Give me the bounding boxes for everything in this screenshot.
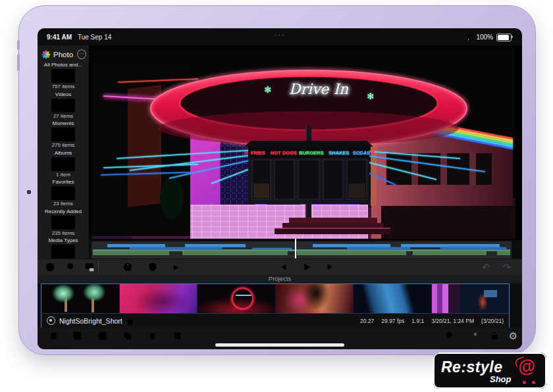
filmstrip-frame-porch[interactable] bbox=[432, 284, 510, 313]
cart-at-icon: @ bbox=[517, 355, 537, 378]
front-camera bbox=[27, 190, 31, 194]
project-created-date: (3/20/21) bbox=[481, 318, 504, 324]
skip-to-end-icon[interactable] bbox=[325, 261, 336, 273]
library-source-title[interactable]: Photo bbox=[53, 51, 73, 59]
timeline-overview[interactable] bbox=[92, 241, 512, 258]
playhead[interactable] bbox=[295, 239, 296, 258]
import-project-icon[interactable] bbox=[97, 330, 108, 341]
project-aspect-ratio: 1.9:1 bbox=[411, 318, 424, 324]
folder-icon bbox=[51, 245, 75, 258]
add-marker-icon[interactable] bbox=[172, 261, 184, 273]
battery-icon bbox=[496, 34, 512, 41]
wifi-icon bbox=[464, 33, 473, 41]
selected-project-strip[interactable]: NightSoBright_Short 20.27 29.97 fps 1.9:… bbox=[41, 283, 510, 328]
video-camera-icon bbox=[51, 99, 75, 112]
library-layout-icon[interactable] bbox=[84, 261, 95, 273]
marquee-neon-text: Drive In bbox=[289, 81, 349, 97]
project-info-row: NightSoBright_Short 20.27 29.97 fps 1.9:… bbox=[41, 313, 509, 328]
open-project-icon[interactable] bbox=[47, 330, 58, 341]
folder-icon bbox=[51, 216, 75, 230]
camera-icon bbox=[51, 157, 75, 171]
clip-info-icon[interactable] bbox=[122, 261, 134, 273]
search-projects-icon[interactable] bbox=[444, 330, 456, 341]
album-albums[interactable]: Albums 1 item bbox=[38, 150, 89, 178]
filmstrip-frame-palms[interactable] bbox=[41, 284, 120, 313]
logo-sub-text: Shop bbox=[490, 374, 512, 384]
kiosk-sign-sodas: SODAS bbox=[353, 150, 371, 156]
share-project-icon[interactable] bbox=[489, 330, 500, 341]
home-indicator[interactable] bbox=[215, 343, 344, 347]
video-preview-viewer[interactable]: Drive In ✻ ✻ bbox=[89, 45, 522, 240]
project-duration: 20.27 bbox=[360, 318, 374, 324]
kiosk-sign-fries: FRIES bbox=[251, 150, 265, 156]
cart-wheel-icon bbox=[532, 381, 535, 384]
add-shield-icon[interactable] bbox=[147, 261, 159, 273]
duplicate-project-icon[interactable] bbox=[122, 330, 133, 341]
filmstrip-frame-blue-window[interactable] bbox=[354, 284, 432, 313]
search-icon[interactable] bbox=[65, 261, 77, 273]
album-all-photos[interactable]: All Photos and... 757 items bbox=[38, 62, 89, 89]
logo-brand-text: Re:style bbox=[441, 358, 502, 376]
library-options-icon[interactable]: ··· bbox=[77, 49, 86, 59]
album-moments[interactable]: Moments 275 items bbox=[38, 120, 89, 148]
camera-heart-icon bbox=[51, 186, 75, 200]
ipad-device: 9:41 AMTue Sep 14 ··· 100% Photo ··· All… bbox=[18, 5, 536, 355]
projects-section-title: Projects bbox=[38, 274, 522, 283]
sort-projects-icon[interactable] bbox=[467, 330, 478, 341]
kiosk-sign-burgers: BURGERS bbox=[299, 150, 324, 156]
project-selected-radio-icon[interactable] bbox=[47, 316, 55, 325]
album-recently-added[interactable]: Recently Added 235 items bbox=[38, 208, 89, 236]
toolbar-divider bbox=[98, 261, 99, 273]
cart-wheel-icon bbox=[523, 381, 526, 384]
album-favorites[interactable]: Favorites 23 items bbox=[38, 179, 89, 207]
filmstrip-frame-face[interactable] bbox=[276, 284, 354, 313]
camera-clock-icon bbox=[51, 128, 75, 141]
redo-icon[interactable]: ↷ bbox=[501, 261, 513, 273]
media-library-sidebar: Photo ··· All Photos and... 757 items Vi… bbox=[38, 45, 89, 258]
project-name[interactable]: NightSoBright_Short bbox=[59, 317, 122, 325]
status-bar: 9:41 AMTue Sep 14 ··· 100% bbox=[38, 28, 522, 45]
multiselect-icon[interactable] bbox=[44, 261, 56, 273]
project-modified-date: 3/20/21, 1:24 PM bbox=[431, 318, 474, 324]
main-toolbar: ↶ ↷ bbox=[38, 258, 522, 275]
album-videos[interactable]: Videos 27 items bbox=[38, 91, 89, 119]
filmstrip-frame-drive-in-sign[interactable] bbox=[198, 284, 276, 313]
play-icon[interactable] bbox=[301, 261, 313, 273]
undo-icon[interactable]: ↶ bbox=[480, 261, 492, 273]
filmstrip-frame-pink-portrait[interactable] bbox=[120, 284, 198, 313]
project-framerate: 29.97 fps bbox=[381, 318, 404, 324]
folder-icon bbox=[51, 69, 75, 83]
new-project-icon[interactable] bbox=[72, 330, 83, 341]
kiosk-sign-shakes: SHAKES bbox=[329, 150, 349, 156]
battery-percent: 100% bbox=[476, 34, 493, 41]
restyle-shop-logo: Re:style Shop @ bbox=[433, 353, 546, 389]
svg-text:✻: ✻ bbox=[367, 91, 375, 101]
delete-project-icon[interactable] bbox=[147, 330, 158, 341]
settings-gear-icon[interactable]: ⚙ bbox=[508, 330, 519, 341]
project-notes-icon[interactable] bbox=[126, 317, 134, 325]
multitasking-indicator[interactable]: ··· bbox=[38, 31, 522, 39]
project-filmstrip bbox=[41, 284, 509, 313]
library-album-list: All Photos and... 757 items Videos 27 it… bbox=[38, 61, 89, 267]
volume-up-button[interactable] bbox=[17, 40, 20, 50]
app-screen: 9:41 AMTue Sep 14 ··· 100% Photo ··· All… bbox=[38, 28, 522, 349]
neon-drive-in-scene: Drive In ✻ ✻ bbox=[92, 48, 515, 239]
volume-down-button[interactable] bbox=[17, 54, 20, 71]
kiosk-sign-hotdogs: HOT DOGS bbox=[271, 150, 297, 156]
svg-text:✻: ✻ bbox=[265, 85, 272, 95]
projects-toolbar: ⚙ bbox=[38, 328, 522, 349]
archive-project-icon[interactable] bbox=[172, 330, 183, 341]
photos-app-icon bbox=[41, 50, 51, 59]
skip-to-start-icon[interactable] bbox=[277, 261, 289, 273]
